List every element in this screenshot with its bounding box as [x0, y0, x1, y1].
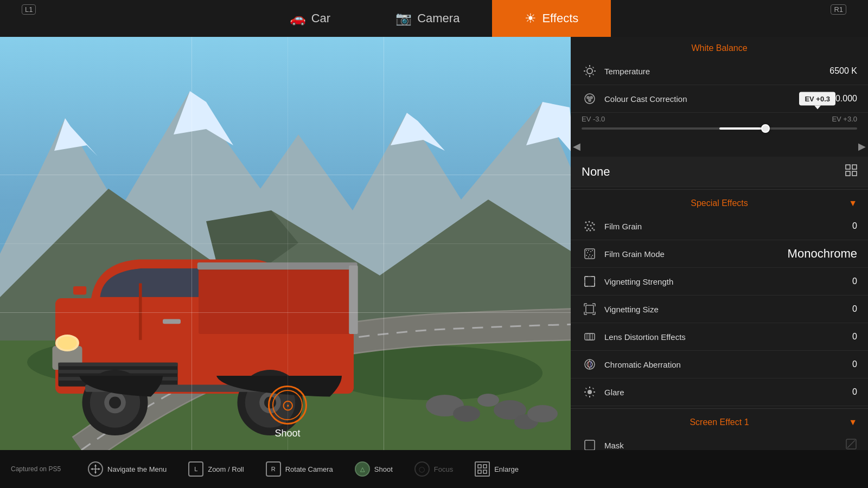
- svg-point-77: [587, 252, 588, 253]
- ev-labels: EV -3.0 EV +3.0: [582, 115, 857, 123]
- svg-rect-58: [846, 165, 850, 169]
- vignetting-strength-value: 0: [852, 277, 857, 286]
- white-balance-section-header: White Balance: [571, 37, 868, 57]
- bottom-enlarge-item: Enlarge: [475, 461, 519, 477]
- svg-line-53: [586, 74, 587, 75]
- colour-cast-row[interactable]: Colour Cast Correction EV +0.3 0.000: [571, 85, 868, 113]
- ev-slider-fill: [719, 127, 763, 130]
- ev-slider-track[interactable]: [582, 127, 857, 130]
- chromatic-aberration-value: 0: [852, 359, 857, 369]
- svg-point-78: [590, 251, 591, 252]
- svg-marker-134: [94, 464, 97, 466]
- rotate-btn-icon: R: [266, 461, 281, 477]
- svg-point-67: [593, 224, 595, 226]
- tab-camera-label: Camera: [417, 11, 459, 25]
- svg-rect-27: [59, 363, 178, 367]
- svg-point-81: [592, 255, 593, 256]
- screen-effect-arrow: ▼: [848, 418, 857, 427]
- tab-effects[interactable]: ☀ Effects: [492, 0, 611, 37]
- svg-rect-38: [199, 266, 354, 335]
- shutter-icon: ⊙: [282, 396, 294, 414]
- filter-none-label: None: [582, 165, 845, 179]
- film-grain-row[interactable]: Film Grain 0: [571, 213, 868, 240]
- vignetting-size-label: Vignetting Size: [604, 305, 852, 314]
- svg-point-57: [588, 99, 591, 102]
- svg-line-50: [586, 67, 587, 68]
- svg-point-69: [588, 228, 590, 230]
- svg-point-68: [585, 227, 586, 229]
- mask-label: Mask: [604, 441, 845, 450]
- svg-marker-135: [94, 472, 97, 474]
- svg-line-118: [586, 395, 587, 396]
- ev-slider-thumb[interactable]: [761, 124, 770, 133]
- svg-rect-59: [852, 165, 857, 169]
- temperature-value: 6500 K: [829, 66, 857, 76]
- glare-row[interactable]: Glare 0: [571, 378, 868, 406]
- vignetting-size-value: 0: [852, 304, 857, 314]
- captured-label: Captured on PS5: [11, 465, 61, 473]
- svg-rect-61: [852, 171, 857, 176]
- lens-distortion-row[interactable]: Lens Distortion Effects 0: [571, 323, 868, 351]
- film-grain-label: Film Grain: [604, 222, 852, 231]
- chromatic-aberration-row[interactable]: Chromatic Aberration 0: [571, 351, 868, 378]
- svg-point-56: [590, 96, 593, 99]
- navigate-label: Navigate the Menu: [107, 465, 167, 473]
- svg-point-107: [587, 362, 592, 367]
- svg-point-84: [591, 256, 592, 258]
- screen-effect-title: Screen Effect 1: [690, 418, 749, 427]
- bottom-rotate-item: R Rotate Camera: [266, 461, 333, 477]
- svg-point-79: [592, 250, 593, 251]
- shoot-label: Shoot: [275, 428, 300, 439]
- colour-cast-icon: [582, 91, 598, 107]
- ev-nav-right[interactable]: ▶: [858, 140, 866, 152]
- svg-point-64: [592, 222, 593, 224]
- rotate-label: Rotate Camera: [285, 465, 333, 473]
- chromatic-aberration-label: Chromatic Aberration: [604, 360, 852, 369]
- ev-nav-left[interactable]: ◀: [573, 140, 580, 152]
- glare-value: 0: [852, 387, 857, 397]
- special-effects-header: Special Effects ▼: [571, 192, 868, 213]
- tab-car-label: Car: [311, 11, 330, 25]
- svg-marker-136: [91, 468, 93, 470]
- svg-point-12: [453, 406, 480, 422]
- svg-line-121: [847, 440, 855, 448]
- vignetting-size-icon: [582, 301, 598, 317]
- focus-btn-symbol: ◯: [419, 466, 425, 472]
- film-grain-mode-row[interactable]: Film Grain Mode Monochrome: [571, 240, 868, 268]
- temperature-row[interactable]: Temperature 6500 K: [571, 57, 868, 85]
- zoom-btn-icon: L: [188, 461, 203, 477]
- shoot-bottom-label: Shoot: [374, 465, 393, 473]
- l1-badge: L1: [22, 4, 36, 15]
- special-effects-title: Special Effects: [691, 198, 748, 208]
- tab-camera[interactable]: 📷 Camera: [363, 0, 492, 37]
- svg-rect-103: [585, 333, 595, 340]
- vignetting-size-row[interactable]: Vignetting Size 0: [571, 296, 868, 323]
- ev-slider-row[interactable]: EV -3.0 EV +3.0: [571, 113, 868, 138]
- film-grain-mode-value: Monochrome: [788, 247, 857, 261]
- svg-point-66: [590, 225, 592, 227]
- focus-label: Focus: [434, 465, 453, 473]
- svg-marker-137: [98, 468, 100, 470]
- filter-selector-row[interactable]: None: [571, 157, 868, 187]
- film-grain-mode-icon: [582, 246, 598, 262]
- svg-point-73: [593, 229, 595, 231]
- svg-rect-94: [586, 305, 593, 313]
- shoot-button[interactable]: ⊙: [268, 386, 307, 425]
- svg-rect-60: [846, 171, 850, 176]
- car-icon: 🚗: [290, 11, 306, 26]
- svg-rect-138: [478, 465, 481, 468]
- svg-point-65: [587, 224, 589, 226]
- svg-point-83: [588, 256, 589, 258]
- screen-effect-header: Screen Effect 1 ▼: [571, 411, 868, 432]
- svg-point-45: [587, 68, 592, 74]
- navigate-btn-icon: [88, 461, 103, 477]
- enlarge-btn-icon: [475, 461, 490, 477]
- svg-point-62: [585, 222, 587, 223]
- vignetting-strength-row[interactable]: Vignetting Strength 0: [571, 268, 868, 296]
- svg-point-80: [589, 254, 590, 255]
- tab-car[interactable]: 🚗 Car: [257, 0, 363, 37]
- svg-rect-44: [73, 286, 86, 294]
- filter-grid-icon: [845, 164, 857, 179]
- svg-rect-119: [585, 440, 595, 450]
- top-navigation: L1 🚗 Car 📷 Camera ☀ Effects R1: [0, 0, 868, 37]
